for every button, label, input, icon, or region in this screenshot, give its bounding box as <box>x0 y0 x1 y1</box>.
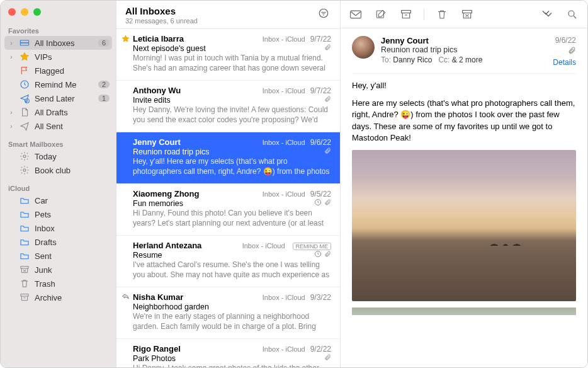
attachment-icon <box>324 95 331 105</box>
message-row[interactable]: Leticia IbarraInbox - iCloud9/7/22Next e… <box>116 29 340 81</box>
archive-button[interactable] <box>399 8 414 21</box>
remind-me-badge: REMIND ME <box>293 243 332 250</box>
message-subject: Invite edits <box>133 96 322 105</box>
message-account: Inbox - iCloud <box>263 345 305 353</box>
unread-badge: 1 <box>98 95 110 102</box>
message-account: Inbox - iCloud <box>263 139 305 146</box>
message-date: 9/2/22 <box>310 345 331 354</box>
sidebar-item-label: Inbox <box>35 224 110 233</box>
archive-icon <box>20 292 30 302</box>
message-subject: Park Photos <box>133 354 322 363</box>
sidebar-item-label: All Drafts <box>35 108 110 117</box>
gear-icon <box>20 165 30 175</box>
sidebar-item-book-club[interactable]: Book club <box>1 163 116 177</box>
chevron-right-icon: › <box>8 40 14 47</box>
sidebar-item-label: Book club <box>35 166 110 175</box>
clock-icon <box>314 250 322 260</box>
sidebar-item-inbox[interactable]: Inbox <box>1 221 116 235</box>
compose-button[interactable] <box>373 8 388 21</box>
sidebar-item-all-drafts[interactable]: ›All Drafts <box>1 105 116 119</box>
svg-rect-13 <box>402 10 411 13</box>
sidebar-item-junk[interactable]: Junk <box>1 263 116 277</box>
attachment-photo[interactable] <box>352 150 576 301</box>
message-row[interactable]: Herland AntezanaInbox - iCloudREMIND MER… <box>116 236 340 287</box>
message-date: 9/6/22 <box>310 138 331 147</box>
minimize-window-button[interactable] <box>21 8 28 16</box>
junk-button[interactable] <box>460 8 475 21</box>
sidebar-item-pets[interactable]: Pets <box>1 207 116 221</box>
sidebar-item-label: Archive <box>35 293 110 302</box>
filter-button[interactable] <box>316 6 331 21</box>
mark-read-button[interactable] <box>348 8 363 21</box>
sidebar-item-today[interactable]: Today <box>1 149 116 163</box>
message-sender: Herland Antezana <box>133 241 242 250</box>
reader-subject: Reunion road trip pics <box>381 45 546 54</box>
sidebar-item-archive[interactable]: Archive <box>1 290 116 304</box>
attachment-photo[interactable] <box>352 308 576 315</box>
message-sender: Jenny Court <box>133 137 263 147</box>
sidebar-section-favorites: Favorites <box>1 25 116 36</box>
attachment-icon <box>324 43 331 53</box>
sidebar-item-remind-me[interactable]: Remind Me2 <box>1 78 116 91</box>
svg-point-8 <box>319 9 328 18</box>
message-preview: I've attached Carol's resume. She's the … <box>133 260 331 280</box>
sidebar-item-label: Car <box>35 196 110 205</box>
svg-rect-14 <box>463 10 472 13</box>
junk-icon <box>20 265 30 275</box>
attachment-icon <box>324 147 331 156</box>
sidebar-item-label: Sent <box>35 251 110 261</box>
sidebar-item-car[interactable]: Car <box>1 193 116 207</box>
message-row[interactable]: Anthony WuInbox - iCloud9/7/22Invite edi… <box>116 81 340 132</box>
message-row[interactable]: Xiaomeng ZhongInbox - iCloud9/5/22Fun me… <box>116 184 340 236</box>
message-subject: Resume <box>133 251 312 260</box>
sidebar-item-all-inboxes[interactable]: ›All Inboxes6 <box>4 36 112 50</box>
toolbar <box>341 1 587 28</box>
sidebar-section-icloud: iCloud <box>1 182 116 193</box>
message-sender: Anthony Wu <box>133 86 263 95</box>
folder-icon <box>20 237 30 247</box>
svg-rect-6 <box>21 267 28 268</box>
message-preview: Hey, y'all! Here are my selects (that's … <box>133 157 331 177</box>
message-row[interactable]: Jenny CourtInbox - iCloud9/6/22Reunion r… <box>116 132 340 184</box>
message-list[interactable]: Leticia IbarraInbox - iCloud9/7/22Next e… <box>116 29 340 367</box>
sidebar-item-drafts[interactable]: Drafts <box>1 235 116 249</box>
chevron-right-icon: › <box>8 54 14 60</box>
sidebar-item-label: Drafts <box>35 238 110 247</box>
sidebar-item-send-later[interactable]: Send Later1 <box>1 91 116 105</box>
svg-rect-11 <box>351 11 361 18</box>
more-button[interactable] <box>540 8 555 21</box>
search-button[interactable] <box>565 8 580 21</box>
sidebar-item-trash[interactable]: Trash <box>1 277 116 290</box>
zoom-window-button[interactable] <box>33 8 41 16</box>
message-subject: Reunion road trip pics <box>133 147 322 156</box>
sidebar-item-label: Pets <box>35 210 110 219</box>
message-sender: Rigo Rangel <box>133 344 263 354</box>
mailbox-subtitle: 32 messages, 6 unread <box>125 17 316 25</box>
reader-pane: Jenny Court Reunion road trip pics To: D… <box>341 1 587 367</box>
message-row[interactable]: Rigo RangelInbox - iCloud9/2/22Park Phot… <box>116 339 340 367</box>
sidebar-item-label: VIPs <box>35 52 110 62</box>
sidebar-item-label: All Sent <box>35 122 110 131</box>
details-button[interactable]: Details <box>553 58 576 67</box>
sidebar-item-all-sent[interactable]: ›All Sent <box>1 119 116 133</box>
svg-point-5 <box>23 169 26 171</box>
sidebar-item-label: Flagged <box>35 66 110 76</box>
message-body: Hey, y'all! Here are my selects (that's … <box>352 80 576 144</box>
close-window-button[interactable] <box>8 8 16 16</box>
doc-icon <box>20 107 30 117</box>
message-preview: We're in the early stages of planning a … <box>133 312 331 332</box>
message-subject: Fun memories <box>133 199 312 208</box>
sidebar-item-label: All Inboxes <box>35 38 93 48</box>
delete-button[interactable] <box>434 8 449 21</box>
folder-icon <box>20 195 30 205</box>
svg-point-4 <box>23 155 26 158</box>
sidebar-item-label: Trash <box>35 279 110 289</box>
flag-icon <box>20 66 30 76</box>
message-row[interactable]: Nisha KumarInbox - iCloud9/3/22Neighborh… <box>116 287 340 339</box>
sidebar-item-flagged[interactable]: Flagged <box>1 64 116 78</box>
message-sender: Leticia Ibarra <box>133 34 263 43</box>
trash-icon <box>20 279 30 289</box>
sidebar-item-vips[interactable]: ›VIPs <box>1 50 116 64</box>
inbox-icon <box>20 38 30 48</box>
sidebar-item-sent[interactable]: Sent <box>1 249 116 263</box>
